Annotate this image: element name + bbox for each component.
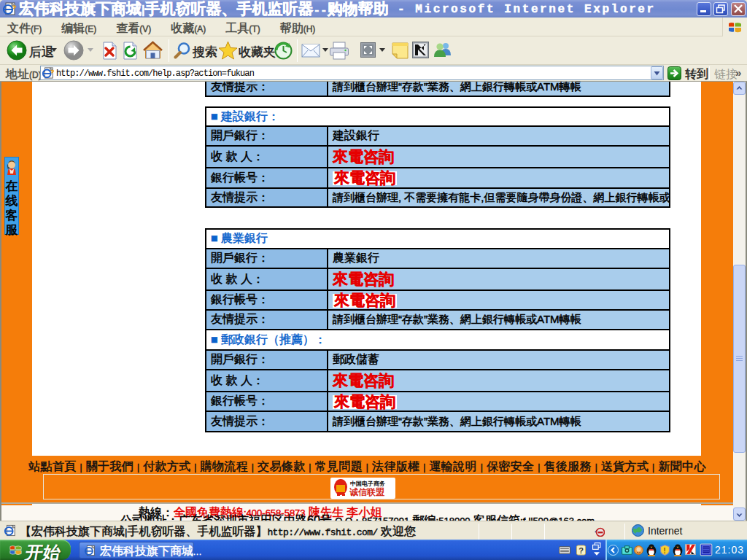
svg-text:!: ! [663, 546, 666, 555]
svg-text:?: ? [578, 546, 584, 555]
svg-text:中国电子商务: 中国电子商务 [350, 480, 385, 487]
svg-text:诚信联盟: 诚信联盟 [349, 487, 384, 497]
